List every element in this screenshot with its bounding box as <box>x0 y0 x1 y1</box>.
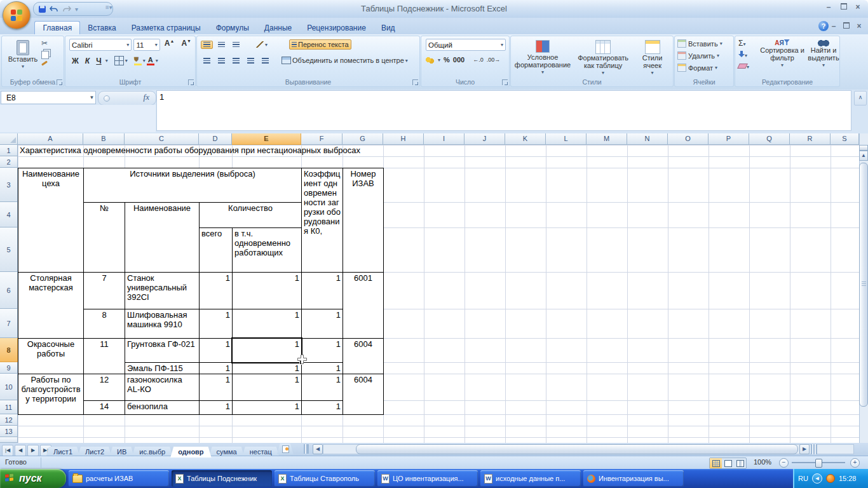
wrap-text-button[interactable]: Перенос текста <box>289 39 351 50</box>
cell-E7[interactable]: 1 <box>232 309 302 339</box>
row-header-13[interactable]: 13 <box>0 426 18 437</box>
cell-D8[interactable]: 1 <box>199 338 233 363</box>
currency-format-icon[interactable] <box>426 57 435 64</box>
cell-B7[interactable]: 8 <box>83 309 125 339</box>
increase-decimal-button[interactable]: ←.0 <box>473 57 484 63</box>
minimize-button[interactable]: – <box>822 3 835 13</box>
italic-button[interactable]: К <box>83 57 92 65</box>
paste-button[interactable]: Вставить ▾ <box>4 39 41 72</box>
column-header-B[interactable]: B <box>83 133 125 145</box>
column-header-E[interactable]: E <box>232 133 301 145</box>
row-header-7[interactable]: 7 <box>0 309 18 338</box>
scroll-left-button[interactable]: ◀ <box>313 444 323 454</box>
row-header-6[interactable]: 6 <box>0 272 18 309</box>
ribbon-tab-2[interactable]: Разметка страницы <box>124 22 208 35</box>
row-header-8[interactable]: 8 <box>0 338 18 362</box>
align-left-button[interactable] <box>201 57 213 65</box>
office-button[interactable] <box>3 1 31 29</box>
cell-C8[interactable]: Грунтовка ГФ-021 <box>125 338 200 363</box>
grow-font-button[interactable]: A▲ <box>162 39 177 51</box>
zoom-out-button[interactable]: − <box>779 458 789 468</box>
cell-G8[interactable]: 6004 <box>342 338 384 374</box>
bold-button[interactable]: Ж <box>69 57 81 65</box>
zoom-in-button[interactable]: + <box>850 458 860 468</box>
cell-G3[interactable]: Номер ИЗАВ <box>342 168 384 273</box>
taskbar-button-1[interactable]: XТаблицы Подснежник <box>172 470 272 487</box>
cell-D6[interactable]: 1 <box>199 272 233 309</box>
column-header-O[interactable]: O <box>668 133 709 145</box>
align-bottom-button[interactable] <box>230 41 242 49</box>
insert-worksheet-tab[interactable] <box>277 444 294 454</box>
scrollbar-resize-grip[interactable] <box>811 444 817 454</box>
taskbar-button-3[interactable]: WЦО инвентаризация... <box>377 470 478 487</box>
column-header-C[interactable]: C <box>125 133 199 145</box>
clear-button[interactable]: ▾ <box>738 62 749 71</box>
decrease-indent-button[interactable] <box>245 57 257 65</box>
cell-D10[interactable]: 1 <box>199 374 233 401</box>
row-header-12[interactable]: 12 <box>0 414 18 426</box>
cell-A6[interactable]: Столярная мастерская <box>18 272 84 339</box>
cell-B6[interactable]: 7 <box>83 272 125 309</box>
cell-F3[interactable]: Коэффициент одновременности загрузки обо… <box>301 168 343 273</box>
tray-collapse-icon[interactable]: ◀ <box>812 473 822 484</box>
conditional-formatting-button[interactable]: Условное форматирование▾ <box>512 39 573 78</box>
fill-button[interactable]: ▾ <box>738 50 749 59</box>
cell-A8[interactable]: Окрасочные работы <box>18 338 84 374</box>
autosum-button[interactable]: Σ▾ <box>738 39 749 48</box>
row-header-5[interactable]: 5 <box>0 227 18 272</box>
row-header-11[interactable]: 11 <box>0 400 18 414</box>
row-header-3[interactable]: 3 <box>0 168 18 202</box>
decrease-decimal-button[interactable]: .00→ <box>487 57 501 63</box>
column-header-K[interactable]: K <box>505 133 546 145</box>
cell-G10[interactable]: 6004 <box>342 374 384 415</box>
cell-A1[interactable]: Характеристика одновременности работы об… <box>18 145 84 157</box>
next-sheet-button[interactable]: ▶ <box>27 445 39 456</box>
ribbon-tab-0[interactable]: Главная <box>34 21 80 35</box>
cell-C10[interactable]: газонокосилка AL-КО <box>125 374 200 401</box>
cell-A3[interactable]: Наименование цеха <box>18 168 84 273</box>
cell-B8[interactable]: 11 <box>83 338 125 374</box>
antivirus-tray-icon[interactable] <box>826 474 835 483</box>
page-break-view-button[interactable] <box>734 458 746 468</box>
column-header-P[interactable]: P <box>709 133 749 145</box>
align-middle-button[interactable] <box>215 41 227 49</box>
shrink-font-button[interactable]: A▼ <box>179 39 194 51</box>
number-dialog-launcher[interactable] <box>502 79 508 85</box>
cell-B3[interactable]: Источники выделения (выброса) <box>83 168 302 203</box>
column-header-N[interactable]: N <box>627 133 668 145</box>
orientation-button[interactable]: ▾ <box>254 40 270 49</box>
column-header-A[interactable]: A <box>18 133 83 145</box>
cell-styles-button[interactable]: Стили ячеек▾ <box>633 39 672 78</box>
underline-button[interactable]: Ч <box>93 57 104 65</box>
cell-F6[interactable]: 1 <box>301 272 343 309</box>
underline-dropdown-icon[interactable]: ▾ <box>105 58 108 64</box>
ribbon-tab-1[interactable]: Вставка <box>80 22 124 35</box>
cell-C11[interactable]: бензопила <box>125 400 200 415</box>
increase-indent-button[interactable] <box>259 57 271 65</box>
cell-D7[interactable]: 1 <box>199 309 233 339</box>
cell-D5[interactable]: всего <box>199 227 233 273</box>
cell-G6[interactable]: 6001 <box>342 272 384 339</box>
borders-dropdown-icon[interactable]: ▾ <box>125 58 128 64</box>
cell-B10[interactable]: 12 <box>83 374 125 401</box>
workbook-restore-button[interactable] <box>840 22 853 32</box>
font-color-button[interactable]: А <box>147 56 154 65</box>
row-header-4[interactable]: 4 <box>0 202 18 227</box>
format-cells-button[interactable]: Формат▾ <box>676 62 732 74</box>
vertical-scroll-thumb[interactable] <box>859 163 868 407</box>
page-layout-view-button[interactable] <box>722 458 734 468</box>
delete-cells-button[interactable]: Удалить▾ <box>676 50 732 62</box>
cell-F8[interactable]: 1 <box>301 338 343 363</box>
cell-B4[interactable]: № <box>83 202 125 273</box>
language-indicator[interactable]: RU <box>798 475 808 482</box>
cell-E6[interactable]: 1 <box>232 272 302 309</box>
name-box-dropdown-icon[interactable]: ▼ <box>88 91 96 104</box>
cell-F10[interactable]: 1 <box>301 374 343 401</box>
row-header-2[interactable]: 2 <box>0 156 18 168</box>
cell-B11[interactable]: 14 <box>83 400 125 415</box>
select-all-corner[interactable] <box>0 133 18 145</box>
workbook-close-button[interactable]: × <box>853 22 865 32</box>
copy-icon[interactable] <box>41 51 49 59</box>
cell-F9[interactable]: 1 <box>301 362 343 374</box>
comma-style-button[interactable]: 000 <box>453 56 465 64</box>
